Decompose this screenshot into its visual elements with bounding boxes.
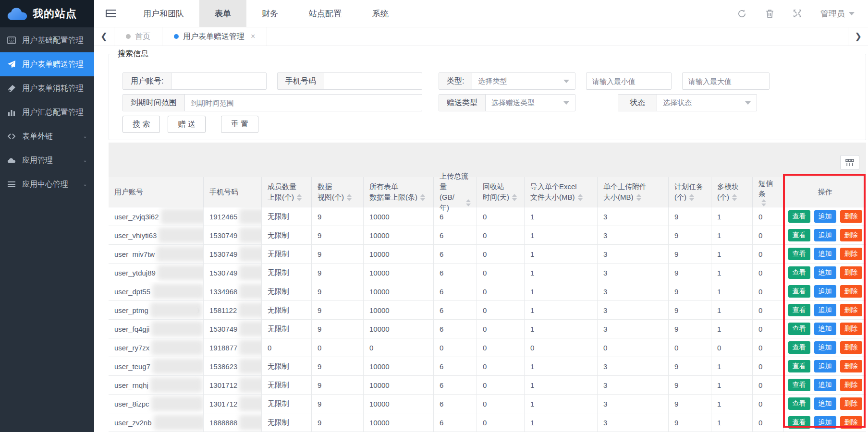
column-header[interactable]: 导入单个Excel文件大小(MB) <box>525 177 598 207</box>
user-account-cell: user_zv2nb <box>109 413 204 432</box>
view-button[interactable]: 查看 <box>788 285 810 298</box>
nav-item-users-teams[interactable]: 用户和团队 <box>128 0 199 27</box>
admin-menu[interactable]: 管理员 <box>820 8 855 19</box>
sidebar-item-form-external-link[interactable]: 表单外链 ⌄ <box>0 124 94 148</box>
sidebar-item-user-form-consume[interactable]: 用户表单消耗管理 <box>0 76 94 100</box>
value-cell: 9 <box>669 357 711 376</box>
delete-button[interactable]: 删除 <box>840 210 862 223</box>
column-header[interactable]: 单个上传附件大小(MB) <box>598 177 669 207</box>
sidebar-item-user-summary-config[interactable]: 用户汇总配置管理 <box>0 100 94 124</box>
refresh-icon[interactable] <box>737 9 746 18</box>
view-button[interactable]: 查看 <box>788 229 810 241</box>
view-button[interactable]: 查看 <box>788 397 810 410</box>
delete-button[interactable]: 删除 <box>840 360 862 372</box>
nav-item-system[interactable]: 系统 <box>357 0 404 27</box>
view-button[interactable]: 查看 <box>788 210 810 223</box>
nav-item-site-config[interactable]: 站点配置 <box>293 0 357 27</box>
sort-icon[interactable] <box>512 194 517 201</box>
reset-button[interactable]: 重 置 <box>221 116 258 133</box>
phone-cell: 1912465 <box>204 207 262 226</box>
delete-button[interactable]: 删除 <box>840 416 862 429</box>
view-button[interactable]: 查看 <box>788 360 810 372</box>
view-button[interactable]: 查看 <box>788 248 810 260</box>
delete-button[interactable]: 删除 <box>840 285 862 298</box>
sort-icon[interactable] <box>466 199 471 206</box>
value-cell: 无限制 <box>262 357 312 376</box>
column-header[interactable]: 计划任务(个) <box>669 177 711 207</box>
delete-button[interactable]: 删除 <box>840 341 862 354</box>
view-button[interactable]: 查看 <box>788 304 810 316</box>
redaction-blur <box>239 377 262 393</box>
column-header[interactable]: 回收站时间(天) <box>477 177 525 207</box>
tabs-scroll-left-icon[interactable]: ❮ <box>94 27 114 46</box>
view-button[interactable]: 查看 <box>788 341 810 354</box>
sort-icon[interactable] <box>297 194 302 201</box>
sort-icon[interactable] <box>761 199 766 206</box>
view-button[interactable]: 查看 <box>788 379 810 391</box>
append-button[interactable]: 追加 <box>814 248 836 260</box>
sidebar-item-app-center-management[interactable]: 应用中心管理 ⌄ <box>0 172 94 196</box>
account-input[interactable] <box>171 73 264 89</box>
sidebar-collapse-icon[interactable] <box>94 0 128 27</box>
delete-button[interactable]: 删除 <box>840 323 862 335</box>
delete-button[interactable]: 删除 <box>840 397 862 410</box>
append-button[interactable]: 追加 <box>814 323 836 335</box>
append-button[interactable]: 追加 <box>814 304 836 316</box>
sidebar-item-user-base-config[interactable]: 用户基础配置管理 <box>0 28 94 52</box>
view-button[interactable]: 查看 <box>788 266 810 279</box>
append-button[interactable]: 追加 <box>814 210 836 223</box>
append-button[interactable]: 追加 <box>814 360 836 372</box>
delete-button[interactable]: 删除 <box>840 304 862 316</box>
column-header[interactable]: 上传总流量(GB/年) <box>434 177 477 207</box>
tab-home[interactable]: 首页 <box>114 27 162 46</box>
column-header[interactable]: 数据视图(个) <box>312 177 364 207</box>
delete-button[interactable]: 删除 <box>840 266 862 279</box>
search-button[interactable]: 搜 索 <box>122 116 160 133</box>
view-button[interactable]: 查看 <box>788 416 810 429</box>
sort-icon[interactable] <box>347 194 352 201</box>
append-button[interactable]: 追加 <box>814 416 836 429</box>
max-value-input[interactable] <box>682 72 770 90</box>
column-header[interactable]: 所有表单数据量上限(条) <box>364 177 434 207</box>
append-button[interactable]: 追加 <box>814 341 836 354</box>
column-header[interactable]: 成员数量上限(个) <box>262 177 312 207</box>
sort-icon[interactable] <box>689 194 694 201</box>
append-button[interactable]: 追加 <box>814 397 836 410</box>
append-button[interactable]: 追加 <box>814 229 836 241</box>
column-header-label: 回收站 <box>483 181 518 192</box>
fullscreen-icon[interactable] <box>793 9 802 18</box>
type-select[interactable]: 选择类型 <box>472 73 575 89</box>
phone-input[interactable] <box>324 73 416 89</box>
tab-user-form-gift[interactable]: 用户表单赠送管理 × <box>162 27 267 46</box>
nav-item-finance[interactable]: 财务 <box>246 0 293 27</box>
sidebar-item-user-form-gift[interactable]: 用户表单赠送管理 <box>0 52 94 76</box>
delete-button[interactable]: 删除 <box>840 248 862 260</box>
append-button[interactable]: 追加 <box>814 379 836 391</box>
redaction-blur <box>152 359 204 374</box>
view-button[interactable]: 查看 <box>788 323 810 335</box>
sort-icon[interactable] <box>636 194 641 201</box>
column-header[interactable]: 多模块(个) <box>711 177 753 207</box>
column-settings-button[interactable] <box>840 155 859 170</box>
sort-icon[interactable] <box>420 194 425 201</box>
gift-type-select[interactable]: 选择赠送类型 <box>486 95 575 111</box>
column-header[interactable]: 短信条 <box>753 177 784 207</box>
append-button[interactable]: 追加 <box>814 266 836 279</box>
close-icon[interactable]: × <box>251 32 255 41</box>
tabs-scroll-right-icon[interactable]: ❯ <box>848 27 868 46</box>
value-cell: 1 <box>525 207 598 226</box>
append-button[interactable]: 追加 <box>814 285 836 298</box>
sort-icon[interactable] <box>578 194 583 201</box>
trash-icon[interactable] <box>765 9 774 18</box>
delete-button[interactable]: 删除 <box>840 229 862 241</box>
sidebar-item-app-management[interactable]: 应用管理 ⌄ <box>0 148 94 172</box>
status-select[interactable]: 选择状态 <box>657 95 757 111</box>
expire-range-input[interactable] <box>185 95 422 111</box>
gift-button[interactable]: 赠 送 <box>168 116 205 133</box>
delete-button[interactable]: 删除 <box>840 379 862 391</box>
value-cell: 6 <box>434 282 477 301</box>
min-value-input[interactable] <box>586 72 672 90</box>
chevron-down-icon: ⌄ <box>83 181 87 187</box>
nav-item-forms[interactable]: 表单 <box>199 0 246 27</box>
sort-icon[interactable] <box>732 194 737 201</box>
